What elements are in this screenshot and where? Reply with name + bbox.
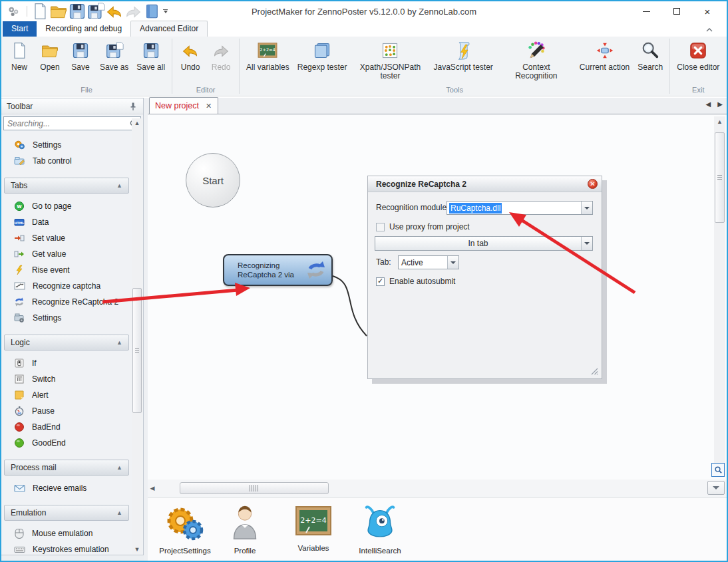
sidebar-item-settings[interactable]: Settings <box>1 137 132 153</box>
action-block-recognize-recaptcha[interactable]: Recognizing ReCaptcha 2 via <box>223 254 333 286</box>
ribbon-button-undo[interactable]: Undo <box>175 37 206 72</box>
tabs-scroll-right-icon[interactable]: ▶ <box>717 100 723 108</box>
canvas-pan-button[interactable] <box>707 481 725 495</box>
flow-canvas[interactable]: Start Recognizing ReCaptcha 2 via <box>148 114 727 480</box>
sidebar-group-process-mail[interactable]: Process mail▲ <box>4 460 129 476</box>
tab-field-label: Tab: <box>376 257 391 267</box>
sidebar-item-recieve-emails[interactable]: Recieve emails <box>1 480 132 496</box>
ribbon-button-context-recognition[interactable]: Context Recognition <box>497 37 576 80</box>
canvas-horizontal-scrollbar[interactable]: ◀ ▶ <box>148 480 727 497</box>
tab-close-icon[interactable]: ✕ <box>206 102 212 110</box>
sidebar-item-keystrokes-emulation[interactable]: Keystrokes emulation <box>1 541 132 555</box>
recognition-module-combobox[interactable]: RuCaptcha.dll <box>447 201 593 215</box>
canvas-zoom-button[interactable] <box>711 463 725 477</box>
ribbon-button-save[interactable]: Save <box>65 37 96 72</box>
macro-profile[interactable]: Profile <box>208 503 282 555</box>
tab-advanced-editor[interactable]: Advanced Editor <box>130 21 208 37</box>
qat-customize-icon[interactable] <box>163 9 168 13</box>
qat-new[interactable] <box>33 4 47 19</box>
sidebar-item-go-to-page[interactable]: wGo to page <box>1 198 132 214</box>
enable-autosubmit-checkbox[interactable]: ✓ <box>376 277 385 286</box>
ribbon-button-save-as[interactable]: Save as <box>96 37 132 72</box>
macro-variables[interactable]: 2+2=4Variables <box>276 503 351 552</box>
ribbon-button-label: Context Recognition <box>501 63 572 80</box>
start-node[interactable]: Start <box>186 153 240 208</box>
collapse-chevron-icon[interactable]: ▲ <box>116 182 122 189</box>
qat-save-all[interactable] <box>89 4 103 19</box>
qat-editor[interactable] <box>144 4 159 19</box>
use-proxy-checkbox[interactable] <box>376 223 385 231</box>
scroll-up-icon[interactable]: ▲ <box>714 117 725 126</box>
dropdown-arrow-icon[interactable] <box>447 256 458 269</box>
sidebar-item-get-value[interactable]: Get value <box>1 246 132 262</box>
ribbon-button-xpath-jsonpath-tester[interactable]: Xpath/JSONPath tester <box>351 37 429 80</box>
scroll-up-icon[interactable]: ▲ <box>132 118 142 128</box>
search-input[interactable] <box>4 119 127 128</box>
redo-icon <box>211 41 231 61</box>
minimize-button[interactable] <box>640 5 652 17</box>
sidebar-item-set-value[interactable]: Set value <box>1 230 132 246</box>
collapse-chevron-icon[interactable]: ▲ <box>116 464 122 471</box>
personxl-icon <box>224 503 266 544</box>
sidebar-item-recognize-recaptcha-2[interactable]: Recognize ReCaptcha 2 <box>1 294 132 310</box>
macro-intellisearch[interactable]: IntelliSearch <box>343 503 417 555</box>
sidebar-item-tab-control[interactable]: Tab control <box>1 153 132 169</box>
dropdown-arrow-icon[interactable] <box>581 237 592 250</box>
qat-undo[interactable] <box>107 4 122 19</box>
dropdown-arrow-icon[interactable] <box>581 202 592 214</box>
ribbon-button-open[interactable]: Open <box>35 37 65 72</box>
recognize-recaptcha-dialog: Recognize ReCaptcha 2 ✕ Recognition modu… <box>367 176 602 379</box>
canvas-vscroll-thumb[interactable] <box>715 132 725 223</box>
tabs-scroll-left-icon[interactable]: ◀ <box>706 100 711 108</box>
scroll-down-icon[interactable]: ▼ <box>132 545 142 554</box>
sidebar-item-if[interactable]: If <box>1 355 132 371</box>
scroll-left-icon[interactable]: ◀ <box>148 485 157 492</box>
dialog-close-icon[interactable]: ✕ <box>588 179 598 189</box>
ribbon-button-save-all[interactable]: Save all <box>132 37 169 72</box>
ribbon-collapse-icon[interactable] <box>704 25 715 35</box>
sidebar-item-switch[interactable]: Switch <box>1 371 132 387</box>
sidebar-group-logic[interactable]: Logic▲ <box>4 335 129 351</box>
ribbon-button-all-variables[interactable]: 2+2=4All variables <box>242 37 293 72</box>
resize-grip[interactable] <box>590 366 599 376</box>
collapse-chevron-icon[interactable]: ▲ <box>116 509 122 516</box>
sidebar-item-recognize-captcha[interactable]: Recognize captcha <box>1 278 132 294</box>
sidebar-item-goodend[interactable]: GoodEnd <box>1 435 132 451</box>
canvas-hscroll-thumb[interactable] <box>180 482 329 494</box>
sidebar-scrollbar[interactable]: ▲ ▼ <box>132 118 142 554</box>
sidebar-item-settings[interactable]: Settings <box>1 310 132 326</box>
qat-redo[interactable] <box>126 4 140 19</box>
closered-icon <box>688 41 708 61</box>
qat-save[interactable] <box>70 4 85 19</box>
sidebar-item-data[interactable]: HTMLData <box>1 214 132 230</box>
collapse-chevron-icon[interactable]: ▲ <box>116 339 122 346</box>
ribbon-button-close-editor[interactable]: Close editor <box>673 37 723 72</box>
tab-combobox[interactable]: Active <box>398 255 459 269</box>
sidebar-item-pause[interactable]: 00Pause <box>1 403 132 419</box>
tab-start[interactable]: Start <box>3 21 37 37</box>
ribbon-button-regexp-tester[interactable]: Regexp tester <box>293 37 351 72</box>
sidebar-scroll-thumb[interactable] <box>132 288 142 413</box>
sidebar-group-tabs[interactable]: Tabs▲ <box>4 178 129 194</box>
maximize-button[interactable] <box>671 5 683 17</box>
sidebar-item-badend[interactable]: BadEnd <box>1 419 132 435</box>
dialog-header[interactable]: Recognize ReCaptcha 2 ✕ <box>368 176 602 192</box>
in-tab-dropdown[interactable]: In tab <box>375 236 593 251</box>
document-tab-new-project[interactable]: New project ✕ <box>149 97 218 114</box>
ribbon-button-new[interactable]: New <box>4 37 35 72</box>
tab-recording-and-debug[interactable]: Recording and debug <box>37 21 130 37</box>
doc-icon <box>10 41 29 60</box>
sidebar-item-rise-event[interactable]: Rise event <box>1 262 132 278</box>
sidebar-item-alert[interactable]: Alert <box>1 387 132 403</box>
sidebar-item-mouse-emulation[interactable]: Mouse emulation <box>1 525 132 541</box>
tab-value: Active <box>399 258 426 267</box>
ribbon-button-current-action[interactable]: Current action <box>576 37 634 72</box>
canvas-vertical-scrollbar[interactable]: ▲ ▼ <box>714 116 725 476</box>
pin-icon[interactable] <box>128 102 138 111</box>
ribbon-button-label: Redo <box>212 63 231 72</box>
sidebar-group-emulation[interactable]: Emulation▲ <box>4 505 129 521</box>
ribbon-button-javascript-tester[interactable]: JavaScript tester <box>429 37 496 72</box>
close-button[interactable]: × <box>701 5 713 17</box>
qat-open[interactable] <box>51 4 66 19</box>
ribbon-button-search[interactable]: Search <box>634 37 667 72</box>
